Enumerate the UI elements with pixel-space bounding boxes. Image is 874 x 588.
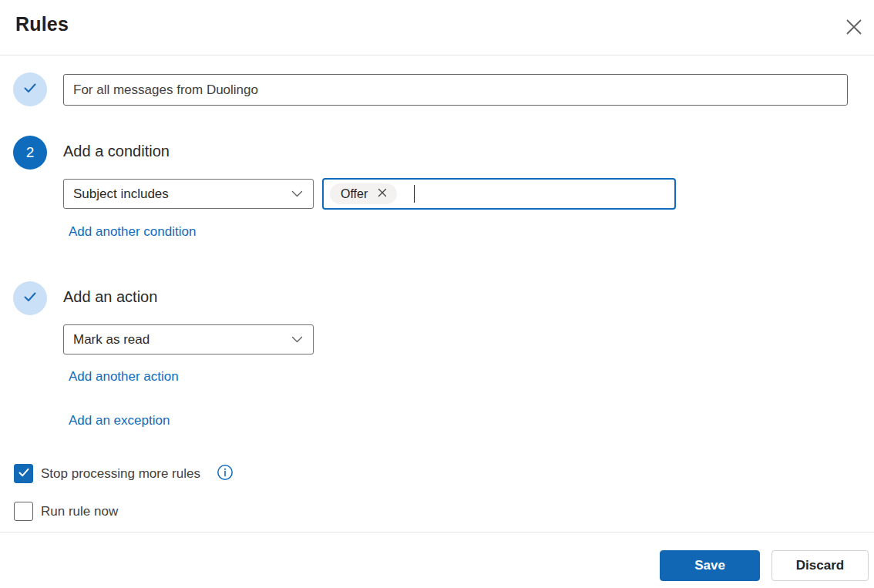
chip-dismiss-button[interactable] [377,187,388,200]
condition-heading: Add a condition [63,143,170,160]
chevron-down-icon [291,333,304,346]
header-divider [0,55,874,55]
step2-number: 2 [26,144,35,161]
stop-processing-checkbox[interactable] [14,464,33,483]
info-icon [217,464,234,483]
action-select[interactable]: Mark as read [63,324,314,354]
checkmark-icon [22,79,39,99]
close-button[interactable] [840,14,868,42]
condition-value-input[interactable]: Offer [322,178,676,210]
add-another-condition-link[interactable]: Add another condition [69,224,196,240]
run-rule-checkbox[interactable] [14,502,33,521]
run-rule-row: Run rule now [14,502,118,521]
save-button[interactable]: Save [660,550,760,581]
condition-select-value: Subject includes [73,186,169,202]
chip-dismiss-icon [377,187,388,200]
step1-complete-indicator [13,72,47,106]
add-another-action-link[interactable]: Add another action [69,369,179,385]
action-select-value: Mark as read [73,332,150,348]
action-heading: Add an action [63,288,157,306]
chevron-down-icon [291,187,304,200]
step2-indicator: 2 [13,136,47,170]
discard-button[interactable]: Discard [771,550,869,581]
checkmark-icon [18,466,30,482]
close-icon [844,17,864,39]
checkmark-icon [22,288,39,308]
info-button[interactable] [217,465,234,482]
step3-complete-indicator [13,281,47,315]
stop-processing-label[interactable]: Stop processing more rules [41,466,200,482]
page-title: Rules [15,13,69,35]
add-exception-link[interactable]: Add an exception [69,413,170,428]
text-cursor [414,185,415,203]
condition-value-chip: Offer [330,183,397,204]
chip-label: Offer [341,187,368,201]
run-rule-label[interactable]: Run rule now [41,504,118,519]
rules-dialog: Rules 2 Add a condition Subject includes… [0,0,874,588]
stop-processing-row: Stop processing more rules [14,464,234,483]
rule-name-input[interactable] [63,74,848,106]
condition-select[interactable]: Subject includes [63,179,314,209]
footer-divider [0,532,874,533]
